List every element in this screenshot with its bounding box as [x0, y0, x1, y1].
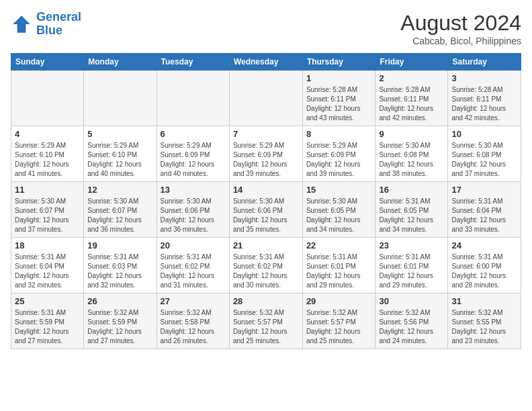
week-row-3: 11Sunrise: 5:30 AM Sunset: 6:07 PM Dayli…	[11, 182, 521, 238]
calendar-cell: 26Sunrise: 5:32 AM Sunset: 5:59 PM Dayli…	[84, 293, 157, 349]
logo-icon	[11, 13, 32, 35]
title-block: August 2024 Cabcab, Bicol, Philippines	[400, 11, 521, 46]
day-number: 22	[306, 240, 372, 250]
day-info: Sunrise: 5:31 AM Sunset: 6:01 PM Dayligh…	[379, 253, 444, 290]
day-info: Sunrise: 5:28 AM Sunset: 6:11 PM Dayligh…	[306, 85, 372, 123]
calendar-subtitle: Cabcab, Bicol, Philippines	[400, 36, 521, 46]
calendar-cell: 28Sunrise: 5:32 AM Sunset: 5:57 PM Dayli…	[229, 293, 302, 349]
day-info: Sunrise: 5:32 AM Sunset: 5:55 PM Dayligh…	[451, 308, 517, 346]
day-info: Sunrise: 5:29 AM Sunset: 6:10 PM Dayligh…	[15, 141, 80, 179]
day-info: Sunrise: 5:30 AM Sunset: 6:08 PM Dayligh…	[451, 141, 517, 179]
calendar-cell: 2Sunrise: 5:28 AM Sunset: 6:11 PM Daylig…	[375, 71, 448, 126]
calendar-cell: 31Sunrise: 5:32 AM Sunset: 5:55 PM Dayli…	[448, 293, 521, 349]
day-info: Sunrise: 5:29 AM Sunset: 6:09 PM Dayligh…	[306, 141, 372, 179]
logo-text: General Blue	[36, 11, 81, 38]
day-info: Sunrise: 5:31 AM Sunset: 6:05 PM Dayligh…	[379, 197, 444, 234]
day-number: 19	[87, 240, 152, 250]
calendar-cell: 19Sunrise: 5:31 AM Sunset: 6:03 PM Dayli…	[84, 238, 157, 293]
day-number: 17	[451, 185, 517, 195]
calendar-cell: 5Sunrise: 5:29 AM Sunset: 6:10 PM Daylig…	[84, 126, 157, 182]
day-info: Sunrise: 5:29 AM Sunset: 6:09 PM Dayligh…	[233, 141, 299, 179]
calendar-cell: 17Sunrise: 5:31 AM Sunset: 6:04 PM Dayli…	[448, 182, 521, 238]
day-number: 8	[306, 129, 372, 139]
calendar-cell: 9Sunrise: 5:30 AM Sunset: 6:08 PM Daylig…	[375, 126, 448, 182]
calendar-cell: 11Sunrise: 5:30 AM Sunset: 6:07 PM Dayli…	[11, 182, 84, 238]
day-number: 13	[161, 185, 226, 195]
calendar-cell: 18Sunrise: 5:31 AM Sunset: 6:04 PM Dayli…	[11, 238, 84, 293]
day-info: Sunrise: 5:32 AM Sunset: 5:57 PM Dayligh…	[306, 308, 372, 346]
calendar-cell: 14Sunrise: 5:30 AM Sunset: 6:06 PM Dayli…	[229, 182, 302, 238]
day-number: 20	[161, 240, 226, 250]
calendar-cell	[157, 71, 229, 126]
day-number: 30	[379, 296, 444, 306]
col-header-tuesday: Tuesday	[157, 54, 229, 71]
day-info: Sunrise: 5:30 AM Sunset: 6:07 PM Dayligh…	[15, 197, 80, 234]
day-info: Sunrise: 5:30 AM Sunset: 6:06 PM Dayligh…	[233, 197, 299, 234]
day-number: 11	[15, 185, 80, 195]
day-info: Sunrise: 5:28 AM Sunset: 6:11 PM Dayligh…	[451, 85, 517, 123]
svg-marker-0	[13, 15, 30, 33]
calendar-cell: 15Sunrise: 5:30 AM Sunset: 6:05 PM Dayli…	[302, 182, 375, 238]
day-number: 31	[451, 296, 517, 306]
col-header-sunday: Sunday	[11, 54, 84, 71]
day-info: Sunrise: 5:32 AM Sunset: 5:57 PM Dayligh…	[233, 308, 299, 346]
day-number: 24	[451, 240, 517, 250]
calendar-cell: 21Sunrise: 5:31 AM Sunset: 6:02 PM Dayli…	[229, 238, 302, 293]
day-number: 3	[451, 73, 517, 83]
calendar-cell: 10Sunrise: 5:30 AM Sunset: 6:08 PM Dayli…	[448, 126, 521, 182]
calendar-cell: 4Sunrise: 5:29 AM Sunset: 6:10 PM Daylig…	[11, 126, 84, 182]
col-header-wednesday: Wednesday	[229, 54, 302, 71]
calendar-cell: 22Sunrise: 5:31 AM Sunset: 6:01 PM Dayli…	[302, 238, 375, 293]
calendar-cell	[84, 71, 157, 126]
day-info: Sunrise: 5:31 AM Sunset: 6:02 PM Dayligh…	[233, 253, 299, 290]
calendar-cell: 29Sunrise: 5:32 AM Sunset: 5:57 PM Dayli…	[302, 293, 375, 349]
logo: General Blue	[11, 11, 81, 38]
day-info: Sunrise: 5:32 AM Sunset: 5:59 PM Dayligh…	[87, 308, 152, 346]
day-info: Sunrise: 5:29 AM Sunset: 6:10 PM Dayligh…	[87, 141, 152, 179]
calendar-cell: 1Sunrise: 5:28 AM Sunset: 6:11 PM Daylig…	[302, 71, 375, 126]
logo-line2: Blue	[36, 24, 62, 37]
calendar-cell: 20Sunrise: 5:31 AM Sunset: 6:02 PM Dayli…	[157, 238, 229, 293]
calendar-cell	[229, 71, 302, 126]
calendar-cell: 30Sunrise: 5:32 AM Sunset: 5:56 PM Dayli…	[375, 293, 448, 349]
col-header-friday: Friday	[375, 54, 448, 71]
day-number: 16	[379, 185, 444, 195]
day-info: Sunrise: 5:31 AM Sunset: 6:00 PM Dayligh…	[451, 253, 517, 290]
week-row-1: 1Sunrise: 5:28 AM Sunset: 6:11 PM Daylig…	[11, 71, 521, 126]
day-info: Sunrise: 5:31 AM Sunset: 6:01 PM Dayligh…	[306, 253, 372, 290]
day-number: 21	[233, 240, 299, 250]
col-header-monday: Monday	[84, 54, 157, 71]
day-number: 9	[379, 129, 444, 139]
day-info: Sunrise: 5:31 AM Sunset: 5:59 PM Dayligh…	[15, 308, 80, 346]
day-info: Sunrise: 5:30 AM Sunset: 6:05 PM Dayligh…	[306, 197, 372, 234]
day-info: Sunrise: 5:32 AM Sunset: 5:56 PM Dayligh…	[379, 308, 444, 346]
day-number: 28	[233, 296, 299, 306]
col-header-saturday: Saturday	[448, 54, 521, 71]
week-row-2: 4Sunrise: 5:29 AM Sunset: 6:10 PM Daylig…	[11, 126, 521, 182]
header-row: SundayMondayTuesdayWednesdayThursdayFrid…	[11, 54, 521, 71]
day-info: Sunrise: 5:30 AM Sunset: 6:06 PM Dayligh…	[161, 197, 226, 234]
day-number: 12	[87, 185, 152, 195]
day-number: 29	[306, 296, 372, 306]
calendar-cell: 12Sunrise: 5:30 AM Sunset: 6:07 PM Dayli…	[84, 182, 157, 238]
calendar-cell	[11, 71, 84, 126]
calendar-table: SundayMondayTuesdayWednesdayThursdayFrid…	[11, 53, 521, 349]
calendar-cell: 25Sunrise: 5:31 AM Sunset: 5:59 PM Dayli…	[11, 293, 84, 349]
day-number: 2	[379, 73, 444, 83]
page-header: General Blue August 2024 Cabcab, Bicol, …	[11, 11, 521, 46]
day-number: 14	[233, 185, 299, 195]
day-info: Sunrise: 5:30 AM Sunset: 6:07 PM Dayligh…	[87, 197, 152, 234]
day-info: Sunrise: 5:31 AM Sunset: 6:03 PM Dayligh…	[87, 253, 152, 290]
calendar-cell: 3Sunrise: 5:28 AM Sunset: 6:11 PM Daylig…	[448, 71, 521, 126]
day-info: Sunrise: 5:31 AM Sunset: 6:04 PM Dayligh…	[15, 253, 80, 290]
day-number: 15	[306, 185, 372, 195]
calendar-cell: 24Sunrise: 5:31 AM Sunset: 6:00 PM Dayli…	[448, 238, 521, 293]
calendar-cell: 13Sunrise: 5:30 AM Sunset: 6:06 PM Dayli…	[157, 182, 229, 238]
day-number: 25	[15, 296, 80, 306]
logo-line1: General	[36, 10, 81, 24]
day-number: 23	[379, 240, 444, 250]
calendar-cell: 8Sunrise: 5:29 AM Sunset: 6:09 PM Daylig…	[302, 126, 375, 182]
day-info: Sunrise: 5:31 AM Sunset: 6:04 PM Dayligh…	[451, 197, 517, 234]
col-header-thursday: Thursday	[302, 54, 375, 71]
day-number: 18	[15, 240, 80, 250]
